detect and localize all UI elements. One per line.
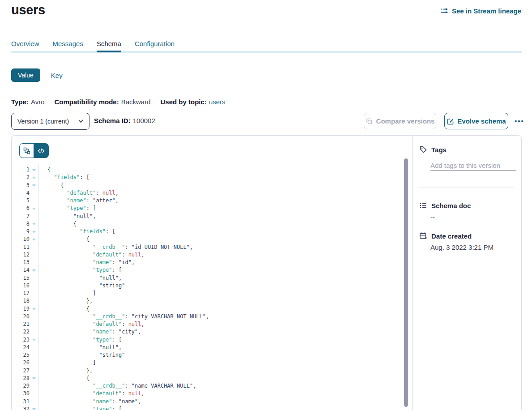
code-text: "fields": [ (38, 174, 89, 181)
compare-versions-button[interactable]: Compare versions (364, 113, 436, 129)
tags-section-heading: Tags (419, 145, 447, 154)
edit-icon (447, 118, 454, 125)
code-text: "fields": [ (38, 228, 115, 235)
fold-spacer (30, 344, 38, 351)
code-text: "name": "after", (38, 197, 119, 205)
tab-schema[interactable]: Schema (97, 40, 121, 52)
editor-scrollbar-thumb[interactable] (404, 158, 408, 407)
code-line[interactable]: 29 "__crdb__": "name VARCHAR NULL", (12, 382, 406, 390)
evolve-schema-button[interactable]: Evolve schema (444, 113, 508, 129)
code-line[interactable]: 5 "name": "after", (12, 197, 406, 205)
fold-spacer (30, 313, 38, 320)
line-number: 28 (12, 375, 30, 382)
code-line[interactable]: 8 { (12, 220, 406, 228)
fold-arrow-icon[interactable] (30, 336, 38, 344)
evolve-schema-label: Evolve schema (457, 117, 506, 125)
code-line[interactable]: 18 }, (12, 297, 406, 305)
code-line[interactable]: 19 { (12, 305, 406, 313)
value-toggle-button[interactable]: Value (11, 68, 40, 82)
code-text: "__crdb__": "city VARCHAR NOT NULL", (38, 313, 209, 320)
code-line[interactable]: 30 "default": null, (12, 390, 406, 397)
line-number: 13 (12, 259, 30, 266)
code-line[interactable]: 26 ] (12, 359, 406, 367)
version-select[interactable]: Version 1 (current) (11, 113, 89, 130)
tab-messages[interactable]: Messages (53, 40, 83, 52)
code-view-button[interactable] (34, 143, 49, 158)
fold-arrow-icon[interactable] (30, 266, 38, 274)
code-line[interactable]: 11 "__crdb__": "id UUID NOT NULL", (12, 243, 406, 251)
code-text: "type": [ (38, 406, 122, 410)
fold-spacer (30, 398, 38, 406)
code-line[interactable]: 6 "type": [ (12, 205, 406, 212)
tab-configuration[interactable]: Configuration (135, 40, 174, 52)
code-editor: 1{2 "fields": [3 {4 "default": null,5 "n… (12, 136, 412, 410)
code-line[interactable]: 16 "string" (12, 282, 406, 290)
code-line[interactable]: 4 "default": null, (12, 189, 406, 197)
code-line[interactable]: 7 "null", (12, 213, 406, 220)
line-number: 26 (12, 359, 30, 367)
code-line[interactable]: 1{ (12, 166, 406, 174)
more-actions-button[interactable]: ••• (512, 113, 527, 129)
meta-type-label: Type: (11, 98, 29, 106)
fold-arrow-icon[interactable] (30, 220, 38, 228)
fold-arrow-icon[interactable] (30, 174, 38, 181)
code-text: "type": [ (38, 205, 96, 212)
fold-arrow-icon[interactable] (30, 182, 38, 189)
fold-arrow-icon[interactable] (30, 228, 38, 235)
key-toggle-link[interactable]: Key (51, 72, 63, 79)
line-number: 9 (12, 228, 30, 235)
code-text: "default": null, (38, 251, 145, 259)
code-text: ] (38, 359, 96, 367)
sidebar-divider (418, 188, 515, 188)
date-created-value: Aug. 3 2022 3:21 PM (430, 243, 494, 251)
code-line[interactable]: 25 "string" (12, 351, 406, 359)
line-number: 5 (12, 197, 30, 205)
fold-arrow-icon[interactable] (30, 375, 38, 382)
line-number: 2 (12, 174, 30, 181)
fold-spacer (30, 328, 38, 336)
code-line[interactable]: 27 }, (12, 367, 406, 375)
code-line[interactable]: 12 "default": null, (12, 251, 406, 259)
fold-spacer (30, 320, 38, 328)
code-text: "default": null, (38, 189, 119, 197)
code-line[interactable]: 13 "name": "id", (12, 259, 406, 266)
fold-spacer (30, 197, 38, 205)
code-line[interactable]: 17 ] (12, 290, 406, 297)
fold-arrow-icon[interactable] (30, 406, 38, 410)
code-line[interactable]: 23 "type": [ (12, 336, 406, 344)
code-line[interactable]: 24 "null", (12, 344, 406, 351)
code-text: "default": null, (38, 320, 145, 328)
code-line[interactable]: 10 { (12, 235, 406, 243)
fold-spacer (30, 367, 38, 375)
meta-topic-link[interactable]: users (209, 98, 226, 106)
code-line[interactable]: 28 { (12, 375, 406, 382)
code-line[interactable]: 9 "fields": [ (12, 228, 406, 235)
fold-spacer (30, 359, 38, 367)
meta-compat-label: Compatibility mode: (54, 98, 119, 106)
code-line[interactable]: 20 "__crdb__": "city VARCHAR NOT NULL", (12, 313, 406, 320)
code-text: ] (38, 290, 96, 297)
tab-overview[interactable]: Overview (11, 40, 39, 52)
line-number: 10 (12, 235, 30, 243)
code-line[interactable]: 3 { (12, 182, 406, 189)
tags-input[interactable] (430, 160, 516, 171)
tree-view-icon (23, 147, 30, 154)
stream-lineage-link[interactable]: See in Stream lineage (440, 7, 521, 15)
code-line[interactable]: 31 "name": "name", (12, 398, 406, 406)
code-lines[interactable]: 1{2 "fields": [3 {4 "default": null,5 "n… (12, 166, 406, 410)
code-text: "__crdb__": "name VARCHAR NULL", (38, 382, 196, 390)
fold-arrow-icon[interactable] (30, 305, 38, 313)
fold-arrow-icon[interactable] (30, 166, 38, 174)
code-line[interactable]: 15 "null", (12, 274, 406, 282)
code-line[interactable]: 2 "fields": [ (12, 174, 406, 181)
code-line[interactable]: 32 "type": [ (12, 406, 406, 410)
line-number: 29 (12, 382, 30, 390)
meta-type-value: Avro (31, 98, 45, 106)
tree-view-button[interactable] (19, 143, 34, 158)
code-line[interactable]: 21 "default": null, (12, 320, 406, 328)
code-line[interactable]: 22 "name": "city", (12, 328, 406, 336)
code-text: { (38, 182, 64, 189)
fold-arrow-icon[interactable] (30, 235, 38, 243)
fold-arrow-icon[interactable] (30, 205, 38, 212)
code-line[interactable]: 14 "type": [ (12, 266, 406, 274)
